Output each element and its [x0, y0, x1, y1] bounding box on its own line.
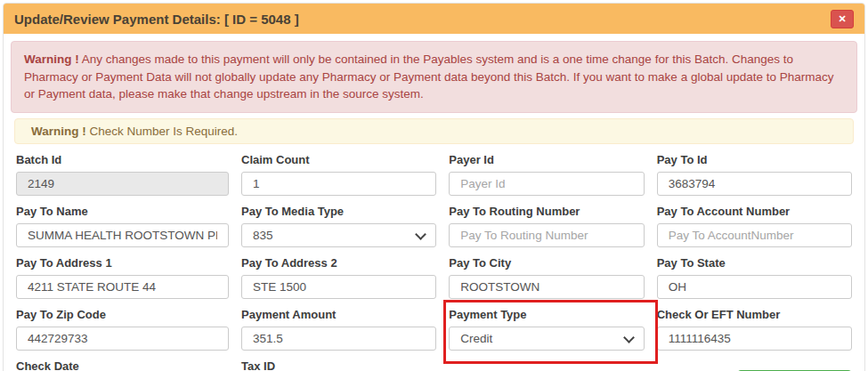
field-payer-id: Payer Id — [449, 153, 644, 196]
field-check-or-eft-number: Check Or EFT Number — [657, 308, 852, 351]
field-pay-to-id: Pay To Id — [657, 153, 852, 196]
pay-to-zip-code-label: Pay To Zip Code — [16, 308, 229, 321]
pay-to-name-input[interactable] — [16, 223, 229, 247]
batch-id-input — [16, 172, 229, 196]
close-button[interactable]: ✕ — [831, 10, 854, 28]
payment-type-select[interactable]: Credit — [449, 327, 644, 351]
modal-title: Update/Review Payment Details: [ ID = 50… — [14, 12, 299, 27]
modal-header: Update/Review Payment Details: [ ID = 50… — [4, 4, 864, 34]
payer-id-input[interactable] — [449, 172, 644, 196]
payment-details-modal: Update/Review Payment Details: [ ID = 50… — [3, 3, 865, 371]
warning-alert: Warning ! Check Number Is Required. — [14, 118, 854, 144]
payer-id-label: Payer Id — [449, 153, 644, 166]
payment-amount-label: Payment Amount — [241, 308, 436, 321]
pay-to-state-label: Pay To State — [657, 256, 852, 270]
pay-to-account-number-input[interactable] — [657, 223, 852, 247]
close-icon: ✕ — [838, 14, 846, 24]
pay-to-account-number-label: Pay To Account Number — [657, 205, 852, 218]
pay-to-city-input[interactable] — [449, 275, 644, 299]
danger-alert-prefix: Warning ! — [24, 52, 79, 66]
empty-cell — [449, 359, 644, 371]
batch-id-label: Batch Id — [16, 153, 229, 166]
field-check-date: Check Date ✕ — [16, 359, 229, 371]
field-pay-to-address-2: Pay To Address 2 — [241, 256, 436, 299]
claim-count-input[interactable] — [241, 172, 436, 196]
pay-to-routing-number-input[interactable] — [449, 223, 644, 247]
pay-to-address-1-label: Pay To Address 1 — [16, 256, 229, 270]
pay-to-name-label: Pay To Name — [16, 205, 229, 218]
check-or-eft-number-input[interactable] — [657, 327, 852, 351]
modal-body: Warning ! Any changes made to this payme… — [4, 34, 864, 371]
field-pay-to-name: Pay To Name — [16, 205, 229, 247]
field-payment-type: Payment Type Credit — [449, 308, 644, 351]
check-date-label: Check Date — [16, 359, 229, 371]
field-pay-to-account-number: Pay To Account Number — [657, 205, 852, 247]
pay-to-address-2-label: Pay To Address 2 — [241, 256, 436, 270]
pay-to-city-label: Pay To City — [449, 256, 644, 270]
field-batch-id: Batch Id — [16, 153, 229, 196]
pay-to-state-input[interactable] — [657, 275, 852, 299]
pay-to-routing-number-label: Pay To Routing Number — [449, 205, 644, 218]
field-tax-id: Tax ID — [241, 359, 436, 371]
field-pay-to-state: Pay To State — [657, 256, 852, 299]
tax-id-label: Tax ID — [241, 359, 436, 371]
field-claim-count: Claim Count — [241, 153, 436, 196]
payment-type-label: Payment Type — [449, 308, 644, 321]
check-or-eft-number-label: Check Or EFT Number — [657, 308, 852, 321]
pay-to-address-2-input[interactable] — [241, 275, 436, 299]
pay-to-id-label: Pay To Id — [657, 153, 852, 166]
pay-to-media-type-label: Pay To Media Type — [241, 205, 436, 218]
field-pay-to-routing-number: Pay To Routing Number — [449, 205, 644, 247]
pay-to-zip-code-input[interactable] — [16, 327, 229, 351]
field-pay-to-zip-code: Pay To Zip Code — [16, 308, 229, 351]
field-pay-to-city: Pay To City — [449, 256, 644, 299]
field-pay-to-media-type: Pay To Media Type 835 — [241, 205, 436, 247]
pay-to-id-input[interactable] — [657, 172, 852, 196]
danger-alert: Warning ! Any changes made to this payme… — [11, 41, 857, 113]
pay-to-media-type-select-wrap: 835 — [241, 223, 436, 247]
payment-amount-input[interactable] — [241, 327, 436, 351]
field-payment-amount: Payment Amount — [241, 308, 436, 351]
payment-type-select-wrap: Credit — [449, 327, 644, 351]
warning-alert-prefix: Warning ! — [31, 125, 86, 138]
claim-count-label: Claim Count — [241, 153, 436, 166]
danger-alert-text: Any changes made to this payment will on… — [24, 52, 834, 101]
pay-to-media-type-select[interactable]: 835 — [241, 223, 436, 247]
pay-to-address-1-input[interactable] — [16, 275, 229, 299]
payment-form: Batch Id Claim Count Payer Id Pay To Id … — [11, 153, 857, 371]
footer-actions: Update Payment — [657, 359, 852, 371]
field-pay-to-address-1: Pay To Address 1 — [16, 256, 229, 299]
warning-alert-text: Check Number Is Required. — [86, 125, 238, 138]
